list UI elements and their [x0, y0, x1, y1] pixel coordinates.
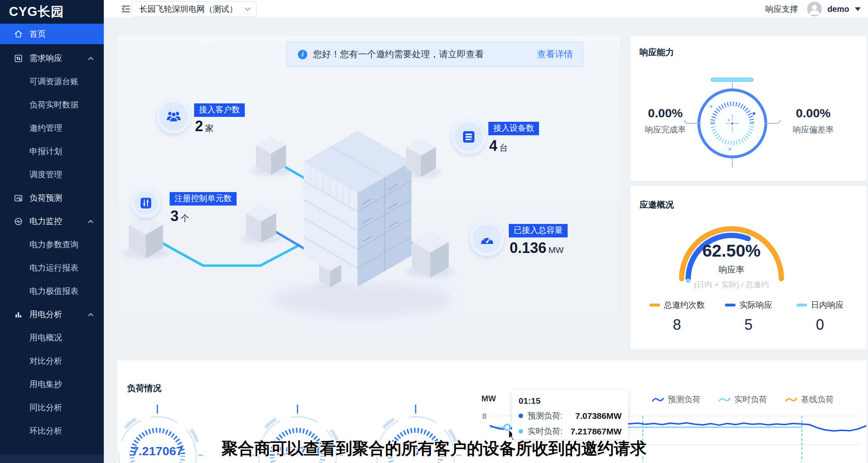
invitation-legend: 总邀约次数 8 实际响应 5 日内响应 0 — [631, 300, 866, 333]
sidebar-item-usage-overview[interactable]: 用电概况 — [0, 326, 104, 349]
tooltip-time: 01:15 — [519, 396, 622, 406]
org-selector[interactable]: 长园飞轮深圳电网（测试） — [132, 1, 257, 17]
chevron-up-icon — [88, 57, 93, 60]
capacity-stat-badge: 已接入总容量 — [509, 224, 568, 237]
sidebar: CYG长园 首页 需求响应 可调资源台账 负荷实时数据 邀约管理 申报计划 调度… — [0, 0, 104, 463]
tooltip-row-realtime: 实时负荷: 7.217867MW — [519, 426, 622, 437]
server-stack-icon — [462, 130, 476, 144]
notification-banner: i 您好！您有一个邀约需要处理，请立即查看 查看详情 — [286, 42, 583, 67]
invitation-rate-block: 62.50% 响应率 (日内 + 实际) / 总邀约 — [670, 241, 793, 290]
sidebar-nav: 首页 需求响应 可调资源台账 负荷实时数据 邀约管理 申报计划 调度管理 负荷预… — [0, 24, 104, 443]
sidebar-item-power-params[interactable]: 电力参数查询 — [0, 233, 104, 256]
app-logo: CYG长园 — [9, 3, 64, 20]
control-units-stat-badge: 注册控制单元数 — [170, 192, 237, 206]
support-link[interactable]: 响应支撑 — [765, 4, 798, 15]
sidebar-item-label: 需求响应 — [29, 53, 62, 64]
customers-stat-value: 2家 — [195, 118, 214, 135]
banner-message: 您好！您有一个邀约需要处理，请立即查看 — [313, 48, 484, 60]
video-subtitle-overlay: 聚合商可以查看到聚合的所有客户的设备所收到的邀约请求 — [0, 437, 868, 460]
user-menu-caret-icon[interactable] — [855, 7, 861, 11]
sidebar-item-label: 首页 — [29, 29, 46, 40]
chevron-up-icon — [88, 220, 93, 223]
sidebar-item-demand-response[interactable]: 需求响应 — [0, 47, 104, 70]
devices-stat-value: 4台 — [489, 137, 508, 154]
sidebar-item-realtime-load[interactable]: 负荷实时数据 — [0, 93, 104, 116]
devices-stat-icon-circle — [452, 120, 486, 154]
chart-tooltip: 01:15 预测负荷: 7.07386MW 实时负荷: 7.217867MW — [512, 390, 628, 439]
org-selector-value: 长园飞轮深圳电网（测试） — [139, 4, 237, 15]
topbar-right: 响应支撑 demo — [765, 0, 861, 18]
capacity-stat-icon-circle — [470, 222, 504, 256]
gauge-meter-icon — [480, 233, 494, 245]
legend-intraday-response: 日内响应 0 — [790, 300, 850, 333]
sliders-icon — [14, 54, 23, 63]
legend-total-invitations: 总邀约次数 8 — [647, 300, 707, 333]
info-icon: i — [298, 50, 307, 59]
series-dot — [519, 429, 523, 434]
sidebar-item-declaration-plan[interactable]: 申报计划 — [0, 140, 104, 163]
customers-stat-badge: 接入客户数 — [194, 103, 245, 117]
invitation-rate: 62.50% — [670, 241, 793, 261]
topbar: 长园飞轮深圳电网（测试） 响应支撑 demo — [104, 0, 868, 18]
sidebar-item-meter-reading[interactable]: 用电集抄 — [0, 373, 104, 396]
response-capability-panel: 响应能力 0.00% 响应完成率 0.00% 响应偏差率 — [631, 36, 866, 181]
control-units-stat-value: 3个 — [170, 208, 189, 225]
dashboard-page: CYG长园 首页 需求响应 可调资源台账 负荷实时数据 邀约管理 申报计划 调度… — [0, 0, 868, 463]
users-icon — [166, 110, 181, 123]
series-dot — [519, 414, 523, 418]
username[interactable]: demo — [828, 4, 849, 14]
legend-swatch — [725, 304, 736, 306]
sidebar-item-power-monitor[interactable]: 电力监控 — [0, 210, 104, 233]
y-axis-unit: MW — [481, 394, 496, 403]
user-icon — [807, 2, 822, 16]
chevron-up-icon — [88, 313, 93, 316]
legend-swatch — [796, 304, 807, 306]
avatar[interactable] — [807, 2, 822, 16]
sidebar-item-usage-analysis[interactable]: 用电分析 — [0, 303, 104, 326]
sidebar-item-invitation-mgmt[interactable]: 邀约管理 — [0, 116, 104, 140]
control-units-stat-icon-circle — [131, 188, 161, 218]
completion-rate-stat: 0.00% 响应完成率 — [635, 106, 696, 135]
legend-swatch — [649, 304, 660, 306]
y-axis-tick: 8 — [482, 412, 487, 421]
legend-actual-response: 实际响应 5 — [719, 300, 778, 333]
sidebar-item-yoy-analysis[interactable]: 同比分析 — [0, 396, 104, 419]
invitation-overview-panel: 应邀概况 62.50% 响应率 (日内 + 实际) / 总邀约 总邀约次数 8 … — [631, 186, 866, 349]
sidebar-item-home[interactable]: 首页 — [0, 24, 104, 44]
sidebar-item-power-extreme-report[interactable]: 电力极值报表 — [0, 280, 104, 303]
capacity-stat-value: 0.136MW — [510, 239, 564, 257]
sidebar-item-power-run-report[interactable]: 电力运行报表 — [0, 256, 104, 280]
home-icon — [14, 29, 23, 38]
bar-chart-icon — [14, 310, 23, 319]
tooltip-row-forecast: 预测负荷: 7.07386MW — [519, 410, 622, 421]
overview-panel: i 您好！您有一个邀约需要处理，请立即查看 查看详情 接入客户数 2家 接入设备… — [117, 36, 620, 349]
forecast-icon — [14, 194, 23, 203]
chevron-down-icon — [245, 7, 251, 11]
menu-fold-icon[interactable] — [121, 4, 131, 13]
sidebar-item-dispatch-mgmt[interactable]: 调度管理 — [0, 163, 104, 186]
devices-stat-badge: 接入设备数 — [488, 122, 539, 135]
monitor-icon — [14, 217, 23, 226]
deviation-rate-stat: 0.00% 响应偏差率 — [783, 106, 844, 135]
hover-point-marker — [504, 424, 510, 430]
view-details-link[interactable]: 查看详情 — [537, 48, 573, 60]
sidebar-item-load-forecast[interactable]: 负荷预测 — [0, 186, 104, 210]
customers-stat-icon-circle — [157, 99, 191, 134]
sidebar-item-compare-analysis[interactable]: 对比分析 — [0, 349, 104, 373]
panel-title: 负荷情况 — [127, 382, 161, 394]
sidebar-item-adjustable-resources[interactable]: 可调资源台账 — [0, 70, 104, 93]
control-sliders-icon — [140, 197, 152, 209]
